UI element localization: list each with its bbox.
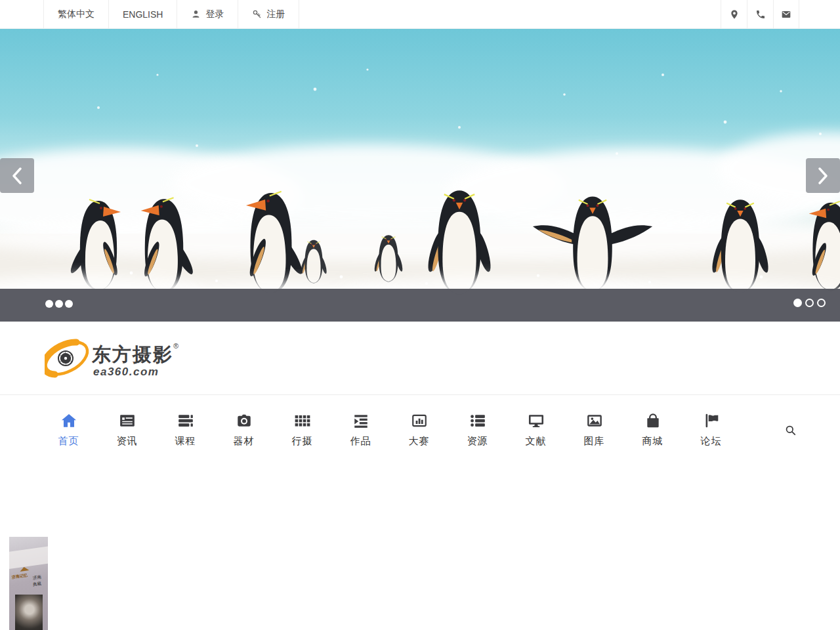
carousel-page-dot[interactable] [817,299,826,307]
nav-item-label: 文献 [526,435,547,448]
nav-item-label: 图库 [584,435,605,448]
shopping-bag-icon [644,412,662,429]
topbar-lang-traditional[interactable]: 繁体中文 [44,0,109,28]
logo-band: 东方摄影 ® ea360.com [0,322,840,395]
topbar-link-label: ENGLISH [123,9,163,20]
topbar-email-button[interactable] [773,0,799,28]
nav-item-news[interactable]: 资讯 [98,412,156,461]
site-logo[interactable]: 东方摄影 ® ea360.com [45,337,186,379]
nav-item-home[interactable]: 首页 [39,412,98,461]
carousel-next-button[interactable] [806,158,840,193]
location-icon [729,9,740,20]
nav-item-label: 课程 [175,435,196,448]
chevron-left-icon [12,167,22,184]
card-text-line: 典藏 [32,581,41,588]
card-badge: 济南记忆 [11,572,28,580]
carousel-loading-dots [45,300,73,308]
topbar-lang-english[interactable]: ENGLISH [109,0,177,28]
nav-item-label: 论坛 [701,435,722,448]
nav-items: 首页资讯课程器材行摄作品大赛资源文献图库商城论坛 [39,412,740,461]
nav-item-works[interactable]: 作品 [331,412,390,461]
nav-item-label: 商城 [642,435,663,448]
main-nav: 首页资讯课程器材行摄作品大赛资源文献图库商城论坛 [0,395,840,461]
nav-item-gallery[interactable]: 图库 [565,412,623,461]
nav-item-label: 资讯 [117,435,138,448]
hero-carousel [0,29,840,322]
topbar-link-label: 登录 [205,9,224,20]
bullet-list-icon [469,412,486,429]
page: 繁体中文ENGLISH登录注册 [0,0,840,630]
topbar-register[interactable]: 注册 [238,0,299,28]
nav-item-equipment[interactable]: 器材 [215,412,273,461]
nav-item-travel-photo[interactable]: 行摄 [273,412,331,461]
brand-domain: ea360.com [93,366,159,378]
carousel-pagination [793,299,826,307]
grid-icon [294,412,311,429]
topbar-links: 繁体中文ENGLISH登录注册 [43,0,299,28]
nav-item-label: 行摄 [292,435,313,448]
topbar: 繁体中文ENGLISH登录注册 [0,0,840,29]
carousel-page-dot[interactable] [793,299,802,307]
courses-icon [177,412,194,429]
topbar-icon-links [721,0,799,28]
carousel-dot[interactable] [45,300,53,308]
topbar-location-button[interactable] [721,0,747,28]
chevron-right-icon [818,167,828,184]
nav-item-courses[interactable]: 课程 [156,412,215,461]
topbar-login[interactable]: 登录 [177,0,238,28]
flag-icon [703,412,720,429]
content-area: 济南记忆 济南 典藏 [0,461,840,630]
nav-item-label: 首页 [58,435,79,448]
nav-item-forum[interactable]: 论坛 [682,412,740,461]
search-button[interactable] [784,424,797,436]
registered-mark: ® [173,342,178,350]
phone-icon [755,9,766,20]
email-icon [781,9,791,20]
indent-list-icon [352,412,369,429]
nav-item-contest[interactable]: 大赛 [390,412,448,461]
nav-item-label: 作品 [350,435,371,448]
nav-item-label: 大赛 [409,435,430,448]
aperture-swoosh-icon [45,337,93,379]
topbar-link-label: 注册 [266,9,285,20]
home-icon [60,412,77,429]
nav-item-resources[interactable]: 资源 [448,412,507,461]
picture-icon [586,412,603,429]
content-card-thumbnail[interactable]: 济南记忆 济南 典藏 [9,537,48,630]
topbar-phone-button[interactable] [747,0,773,28]
carousel-prev-button[interactable] [0,158,34,193]
carousel-page-dot[interactable] [805,299,814,307]
nav-item-documents[interactable]: 文献 [507,412,565,461]
pavilion-icon [20,566,30,572]
monitor-icon [528,412,545,429]
topbar-link-label: 繁体中文 [58,9,94,20]
user-icon [191,9,201,19]
key-icon [252,9,262,19]
carousel-dot[interactable] [55,300,63,308]
camera-icon [236,412,253,429]
bar-chart-icon [411,412,428,429]
hero-slide-penguins[interactable] [0,29,840,322]
carousel-dot[interactable] [65,300,73,308]
nav-item-label: 资源 [467,435,488,448]
news-icon [119,412,136,429]
nav-item-mall[interactable]: 商城 [623,412,682,461]
card-portrait-photo [15,595,43,630]
nav-item-label: 器材 [234,435,255,448]
brand-name: 东方摄影 [91,344,173,365]
